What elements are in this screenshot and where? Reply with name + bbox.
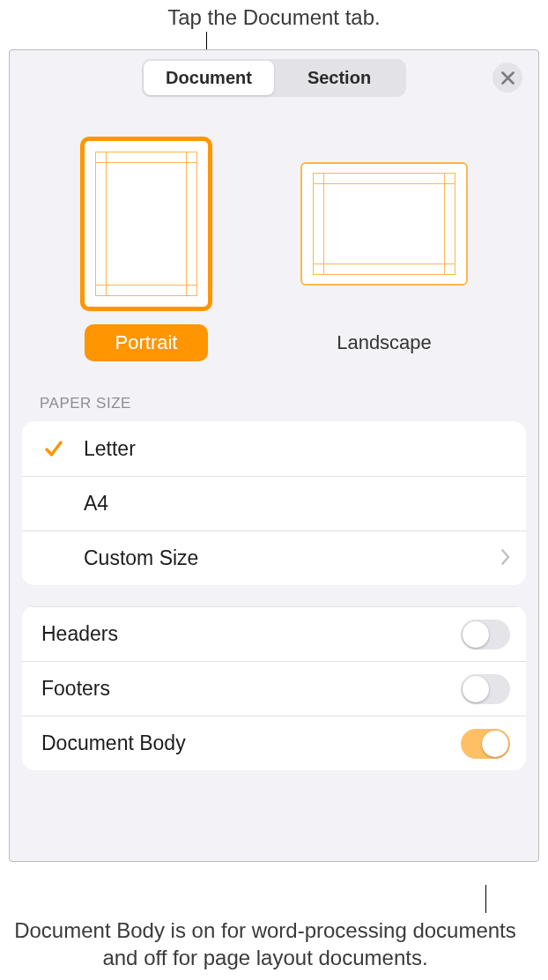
document-body-row: Document Body <box>22 716 526 770</box>
close-button[interactable] <box>492 63 522 93</box>
portrait-label: Portrait <box>85 324 208 361</box>
callout-leader <box>485 885 486 913</box>
paper-size-letter[interactable]: Letter <box>22 421 526 476</box>
headers-row: Headers <box>22 606 526 661</box>
paper-size-title: PAPER SIZE <box>10 361 538 421</box>
paper-size-a4[interactable]: A4 <box>22 476 526 531</box>
callout-top: Tap the Document tab. <box>0 4 548 31</box>
tab-section-label: Section <box>307 68 371 87</box>
paper-size-letter-label: Letter <box>84 437 510 461</box>
orientation-landscape[interactable]: Landscape <box>300 136 468 361</box>
close-icon <box>501 71 515 85</box>
landscape-thumbnail <box>300 162 468 286</box>
panel-header: Document Section <box>10 50 538 109</box>
headers-switch[interactable] <box>461 620 510 650</box>
tab-document-label: Document <box>166 68 252 87</box>
document-body-label: Document Body <box>41 731 461 755</box>
chevron-right-icon <box>501 546 510 570</box>
check-icon <box>34 439 73 458</box>
footers-switch[interactable] <box>461 674 510 704</box>
headers-label: Headers <box>41 622 461 646</box>
document-body-switch[interactable] <box>461 729 510 759</box>
tab-document[interactable]: Document <box>144 61 274 95</box>
orientation-portrait[interactable]: Portrait <box>80 136 212 361</box>
toggle-group: Headers Footers Document Body <box>22 606 526 770</box>
landscape-label: Landscape <box>321 324 448 361</box>
footers-row: Footers <box>22 661 526 716</box>
callout-leader <box>206 32 207 51</box>
portrait-thumbnail <box>80 137 212 311</box>
tab-section[interactable]: Section <box>274 61 404 95</box>
callout-bottom: Document Body is on for word-processing … <box>0 917 530 971</box>
paper-size-custom-label: Custom Size <box>84 546 501 570</box>
orientation-row: Portrait Landscape <box>10 109 538 361</box>
paper-size-list: Letter A4 Custom Size <box>22 421 526 585</box>
paper-size-custom[interactable]: Custom Size <box>22 531 526 585</box>
footers-label: Footers <box>41 677 461 701</box>
callout-top-text: Tap the Document tab. <box>167 5 380 29</box>
tab-bar: Document Section <box>142 59 406 97</box>
document-panel: Document Section Portrai <box>9 49 539 862</box>
paper-size-a4-label: A4 <box>84 492 510 516</box>
callout-bottom-text: Document Body is on for word-processing … <box>14 918 516 969</box>
